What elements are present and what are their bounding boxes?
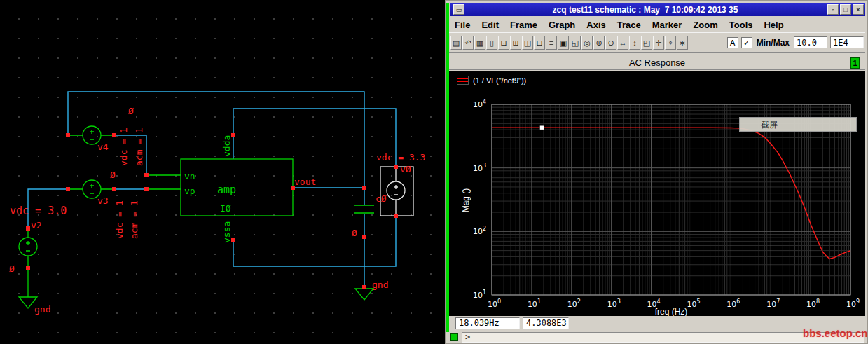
zoom-out-icon[interactable]: ⊖: [605, 36, 616, 50]
point-marker-icon[interactable]: ∗: [677, 36, 688, 50]
close-button[interactable]: ✕: [853, 4, 864, 15]
watermark: bbs.eetop.cn: [803, 327, 868, 339]
gnd-symbol-right[interactable]: [355, 289, 373, 300]
window-title: zcq test11 schematic : May 7 10:09:42 20…: [464, 5, 826, 15]
plot-canvas[interactable]: 1001011021031041051061071081091011021031…: [448, 71, 867, 317]
menu-frame[interactable]: Frame: [504, 18, 543, 32]
split-horizontal-icon[interactable]: ◫: [522, 36, 533, 50]
v4-acm-label: acm = 1: [134, 128, 144, 166]
amp-instance-label: IØ: [220, 203, 231, 214]
cap-zero-label: Ø: [352, 228, 357, 238]
min-value-input[interactable]: [794, 36, 827, 48]
amp-vssa-pin-label: vssa: [221, 221, 232, 243]
menu-bar: FileEditFrameGraphAxisTraceMarkerZoomToo…: [449, 18, 865, 32]
zoom-fit-icon[interactable]: ◰: [641, 36, 652, 50]
axis-label-toggle[interactable]: A: [727, 37, 738, 48]
pages-icon[interactable]: ⊡: [498, 36, 509, 50]
max-value-input[interactable]: [830, 36, 864, 48]
v0-value-label: vdc = 3.3: [376, 152, 425, 163]
toolbar: ▤↶▦▯⊡⊞◫⊟≡▣◱◎⊕⊖↔↕◰✛⌖∗ A ✓ Min/Max: [449, 32, 865, 53]
v4-name-label: v4: [97, 142, 109, 152]
schematic-wires[interactable]: [28, 92, 396, 289]
gnd-left-label: gnd: [34, 304, 50, 315]
maximize-button[interactable]: □: [840, 4, 851, 15]
v3-zero-label: Ø: [110, 170, 116, 180]
trace-marker[interactable]: [539, 125, 544, 130]
legend-trace-label: (1 / VF("/net9")): [473, 76, 526, 85]
menu-trace[interactable]: Trace: [612, 18, 647, 32]
menu-tools[interactable]: Tools: [724, 18, 759, 32]
svg-text:102: 102: [473, 226, 486, 236]
menu-file[interactable]: File: [449, 18, 476, 32]
graph-number-badge[interactable]: 1: [850, 57, 860, 69]
schematic-canvas[interactable]: vdc = 3.0 v2 Ø gnd v4 v3 vdc = 1 acm = 1…: [0, 0, 445, 344]
minmax-label: Min/Max: [757, 38, 790, 48]
c0-capacitor[interactable]: [354, 205, 374, 213]
pan-icon[interactable]: ✛: [653, 36, 664, 50]
apply-check-button[interactable]: ✓: [741, 37, 752, 48]
marker-x-readout: 18.039Hz: [455, 317, 520, 329]
v2-name-label: v2: [31, 220, 42, 231]
v3-acm-label: acm = 1: [129, 200, 139, 239]
zoom-x-icon[interactable]: ↔: [617, 36, 628, 50]
y-axis-label: Mag (): [461, 172, 471, 228]
schematic-panel[interactable]: vdc = 3.0 v2 Ø gnd v4 v3 vdc = 1 acm = 1…: [0, 0, 445, 344]
graph-title: AC Response: [629, 57, 685, 68]
v2-source[interactable]: [19, 228, 37, 297]
menu-graph[interactable]: Graph: [543, 18, 581, 32]
cap-name-label: cØ: [376, 193, 387, 204]
plot-grid: [492, 104, 850, 295]
zoom-y-icon[interactable]: ↕: [629, 36, 640, 50]
svg-text:104: 104: [473, 99, 486, 109]
svg-text:103: 103: [473, 163, 486, 173]
graph-header: AC Response 1: [449, 55, 865, 70]
screen: vdc = 3.0 v2 Ø gnd v4 v3 vdc = 1 acm = 1…: [0, 0, 868, 344]
waveform-window: ▭ zcq test11 schematic : May 7 10:09:42 …: [445, 0, 868, 344]
title-bar[interactable]: ▭ zcq test11 schematic : May 7 10:09:42 …: [450, 3, 865, 16]
v4-zero-label: Ø: [128, 106, 134, 116]
active-window-strip: [446, 3, 449, 332]
gnd-right-label: gnd: [372, 280, 388, 290]
legend[interactable]: (1 / VF("/net9")): [457, 76, 526, 85]
menu-zoom[interactable]: Zoom: [687, 18, 723, 32]
screen-capture-tooltip: 截屏: [739, 117, 857, 132]
command-status-indicator: [450, 333, 458, 341]
marker-y-readout: 4.3088E3: [523, 317, 569, 329]
copy-window-icon[interactable]: ⊞: [510, 36, 521, 50]
amp-vp-pin-label: vp: [184, 186, 195, 196]
x-axis-label: freq (Hz): [492, 307, 850, 317]
crosshair-icon[interactable]: ⌖: [665, 36, 676, 50]
smith-chart-icon[interactable]: ◎: [581, 36, 593, 50]
v0-name-label: vØ: [400, 164, 411, 174]
window-menu-button[interactable]: ▭: [453, 4, 464, 15]
v2-value-label: vdc = 3.0: [10, 205, 67, 217]
amp-vn-pin-label: vn: [184, 171, 195, 181]
toolbar-icons: ▤↶▦▯⊡⊞◫⊟≡▣◱◎⊕⊖↔↕◰✛⌖∗: [450, 36, 689, 50]
menu-marker[interactable]: Marker: [647, 18, 688, 32]
print-icon[interactable]: ▤: [450, 36, 462, 50]
amp-name-label: amp: [217, 184, 236, 196]
vout-net-label: vout: [294, 177, 316, 187]
toolbar-right-cluster: A ✓ Min/Max: [727, 36, 864, 48]
v3-vdc-label: vdc = 1: [114, 200, 125, 239]
v3-name-label: v3: [97, 195, 109, 206]
strip-chart-icon[interactable]: ≡: [546, 36, 557, 50]
split-vertical-icon[interactable]: ⊟: [534, 36, 545, 50]
v2-zero-label: Ø: [9, 263, 15, 274]
grid-icon[interactable]: ▦: [474, 36, 485, 50]
plot-frame: [492, 104, 850, 295]
menu-edit[interactable]: Edit: [476, 18, 504, 32]
overlay-icon[interactable]: ▣: [558, 36, 569, 50]
v4-vdc-label: vdc = 1: [118, 128, 129, 166]
undo-icon[interactable]: ↶: [462, 36, 474, 50]
zoom-in-icon[interactable]: ⊕: [593, 36, 605, 50]
menu-axis[interactable]: Axis: [581, 18, 611, 32]
amp-vdda-pin-label: vdda: [221, 135, 232, 157]
plot-area[interactable]: (1 / VF("/net9")) 1001011021031041051061…: [448, 71, 865, 316]
minimize-button[interactable]: ▫: [827, 4, 839, 15]
page-icon[interactable]: ▯: [486, 36, 497, 50]
svg-text:101: 101: [473, 289, 486, 300]
menu-help[interactable]: Help: [758, 18, 789, 32]
subwindow-icon[interactable]: ◱: [570, 36, 581, 50]
legend-trace-swatch: [457, 76, 469, 85]
